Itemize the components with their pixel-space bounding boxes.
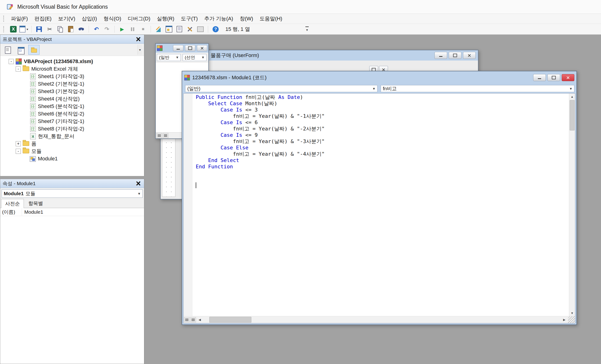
insert-userform-button[interactable] (19, 25, 29, 34)
object-browser-button[interactable] (196, 25, 205, 34)
break-button[interactable] (128, 25, 138, 34)
full-module-view-button[interactable] (190, 317, 196, 322)
horizontal-scroll-thumb[interactable] (209, 317, 251, 323)
horizontal-scroll-track[interactable] (203, 316, 561, 323)
tree-item[interactable]: Sheet6 (분석작업-2) (0, 110, 144, 118)
tree-item[interactable]: Sheet2 (기본작업-1) (0, 80, 144, 88)
collapse-toggle-icon[interactable]: - (16, 149, 21, 154)
procedure-dropdown[interactable]: (선언 (183, 54, 207, 61)
copy-button[interactable] (55, 25, 65, 34)
toolbox-button[interactable] (185, 25, 195, 34)
save-button[interactable] (34, 25, 44, 34)
tree-item[interactable]: -모듈 (0, 148, 144, 155)
tree-item[interactable]: +폼 (0, 140, 144, 148)
vba-app-icon (7, 3, 14, 10)
find-button[interactable] (76, 25, 86, 34)
minimize-button[interactable] (533, 74, 546, 81)
object-dropdown[interactable]: (일반 (157, 54, 181, 61)
reset-button[interactable] (138, 25, 148, 34)
tree-item[interactable]: Sheet4 (계산작업) (0, 95, 144, 103)
property-value[interactable]: Module1 (22, 209, 43, 215)
horizontal-scrollbar[interactable] (197, 316, 567, 323)
close-button[interactable] (562, 74, 574, 81)
tree-item-label: VBAProject (12345678.xlsm) (24, 59, 93, 65)
menu-item[interactable]: 디버그(D) (124, 14, 154, 23)
close-button[interactable] (197, 45, 207, 51)
sheet-icon (30, 126, 36, 132)
project-panel-close-button[interactable] (135, 35, 142, 43)
run-button[interactable] (117, 25, 127, 34)
mini-window-titlebar[interactable] (156, 44, 208, 53)
toolbox-icon (186, 26, 194, 33)
expand-toggle-icon[interactable]: + (16, 141, 21, 146)
properties-window-button[interactable] (174, 25, 184, 34)
toggle-folders-button[interactable] (28, 45, 40, 55)
menu-item[interactable]: 편집(E) (31, 14, 55, 23)
menu-item[interactable]: 도움말(H) (256, 14, 286, 23)
minimize-button[interactable] (434, 52, 447, 59)
code-editor[interactable]: Public Function fn비고(날짜 As Date) Select … (192, 94, 569, 316)
minimize-button[interactable] (173, 45, 183, 51)
toolbar-overflow-button[interactable] (303, 25, 311, 34)
cut-button[interactable] (45, 25, 54, 34)
scroll-right-button[interactable] (561, 316, 567, 323)
object-selector-dropdown[interactable]: Module1 모듈 (2, 189, 143, 198)
object-browser-icon (197, 26, 204, 33)
excel-button[interactable] (9, 25, 18, 34)
menu-item[interactable]: 보기(V) (55, 14, 78, 23)
toolbar-grip-handle[interactable] (3, 26, 4, 32)
design-mode-button[interactable] (153, 25, 163, 34)
scroll-left-button[interactable] (197, 316, 203, 323)
code-line (196, 170, 569, 176)
scroll-up-button[interactable] (569, 94, 575, 99)
tab-alphabetic[interactable]: 사전순 (1, 199, 24, 208)
vertical-scrollbar[interactable] (569, 94, 575, 316)
tree-item[interactable]: Sheet8 (기타작업-2) (0, 125, 144, 133)
property-row[interactable]: (이름) Module1 (0, 208, 144, 216)
menu-grip-handle[interactable] (3, 16, 4, 22)
full-module-view-button[interactable] (163, 133, 168, 138)
menu-item[interactable]: 삽입(I) (79, 14, 100, 23)
redo-button[interactable] (102, 25, 112, 34)
procedure-view-button[interactable] (156, 133, 162, 138)
menu-item[interactable]: 파일(F) (8, 14, 31, 23)
menu-item[interactable]: 실행(R) (154, 14, 178, 23)
tab-categorized[interactable]: 항목별 (24, 199, 47, 208)
menu-item[interactable]: 창(W) (236, 14, 256, 23)
tree-item[interactable]: Sheet5 (분석작업-1) (0, 103, 144, 110)
code-line: Case Is <= 9 (196, 132, 569, 138)
collapse-toggle-icon[interactable]: - (16, 66, 21, 71)
menu-item[interactable]: 도구(T) (178, 14, 201, 23)
help-button[interactable] (211, 25, 220, 34)
vertical-scroll-thumb[interactable] (570, 100, 575, 130)
procedure-view-button[interactable] (184, 317, 190, 322)
menu-item[interactable]: 형식(O) (100, 14, 125, 23)
scroll-down-button[interactable] (569, 310, 575, 316)
tree-item-label: Sheet3 (기본작업-2) (38, 88, 84, 95)
tree-item[interactable]: Module1 (0, 155, 144, 162)
code-window-titlebar[interactable]: 12345678.xlsm - Module1 (코드) (183, 71, 575, 84)
maximize-button[interactable] (185, 45, 195, 51)
tree-item[interactable]: Sheet3 (기본작업-2) (0, 88, 144, 95)
tree-item[interactable]: Sheet7 (기타작업-1) (0, 118, 144, 125)
object-dropdown[interactable]: (일반) (185, 85, 377, 92)
tree-item[interactable]: Sheet1 (기타작업-3) (0, 73, 144, 80)
procedure-dropdown[interactable]: fn비고 (381, 85, 574, 92)
menu-item[interactable]: 추가 기능(A) (201, 14, 236, 23)
tree-item[interactable]: -Microsoft Excel 개체 (0, 65, 144, 73)
properties-panel-close-button[interactable] (135, 179, 142, 188)
view-object-button[interactable] (15, 45, 26, 55)
maximize-button[interactable] (547, 74, 560, 81)
tree-item[interactable]: -VBAProject (12345678.xlsm) (0, 58, 144, 65)
maximize-button[interactable] (449, 52, 461, 59)
project-explorer-button[interactable] (164, 25, 174, 34)
resize-grip[interactable] (568, 316, 575, 323)
collapse-toggle-icon[interactable]: - (9, 59, 14, 64)
vertical-scroll-track[interactable] (569, 99, 575, 310)
tree-item[interactable]: 현재_통합_문서 (0, 133, 144, 140)
view-code-button[interactable] (2, 45, 13, 55)
undo-button[interactable] (91, 25, 101, 34)
paste-button[interactable] (66, 25, 76, 34)
panel-toolbar-overflow-button[interactable] (138, 45, 142, 55)
close-button[interactable] (463, 52, 476, 59)
